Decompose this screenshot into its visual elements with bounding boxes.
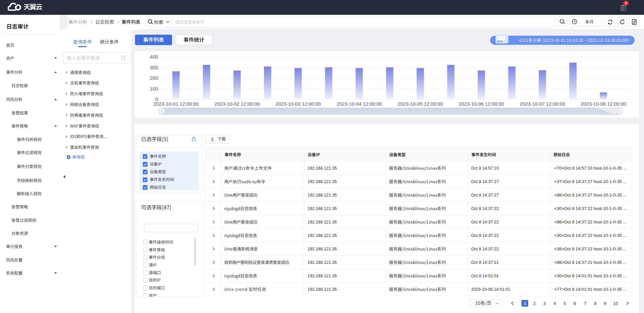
svg-text:300: 300	[150, 65, 158, 70]
svg-text:200: 200	[150, 75, 158, 81]
svg-text:2023-10-04 12:00:00: 2023-10-04 12:00:00	[337, 101, 382, 107]
svg-text:100: 100	[150, 86, 158, 92]
svg-text:400: 400	[150, 54, 158, 60]
svg-text:2023-10-05 12:00:00: 2023-10-05 12:00:00	[398, 101, 443, 107]
svg-text:2023-10-01 12:00:00: 2023-10-01 12:00:00	[153, 101, 199, 107]
svg-text:2023-10-07 12:00:00: 2023-10-07 12:00:00	[520, 101, 565, 107]
svg-text:2023-10-06 12:00:00: 2023-10-06 12:00:00	[459, 101, 504, 107]
svg-text:2023-10-03 12:00:00: 2023-10-03 12:00:00	[275, 101, 321, 107]
svg-text:2023-10-08 12:00:00: 2023-10-08 12:00:00	[581, 101, 626, 107]
svg-text:2023-10-02 12:00:00: 2023-10-02 12:00:00	[214, 101, 260, 107]
